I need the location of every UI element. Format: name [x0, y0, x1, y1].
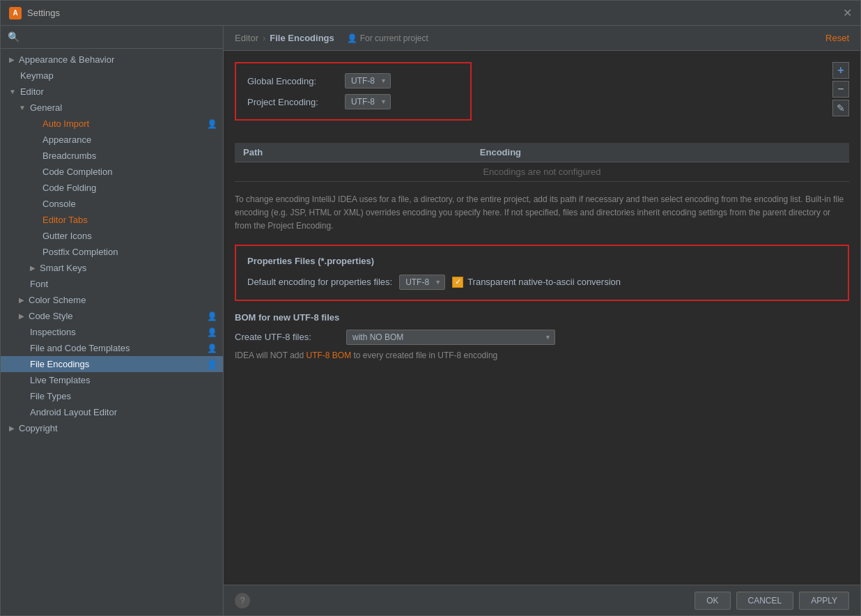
properties-encoding-select-wrapper: UTF-8 — [399, 275, 445, 290]
chevron-right-icon: ▶ — [9, 312, 24, 320]
chevron-down-icon: ▼ — [9, 88, 16, 95]
sidebar-item-auto-import[interactable]: Auto Import 👤 — [1, 116, 223, 132]
sidebar: 🔍 ▶ Appearance & Behavior Keymap ▼ Edito… — [1, 26, 224, 615]
sidebar-item-appearance-behavior[interactable]: ▶ Appearance & Behavior — [1, 52, 223, 68]
global-encoding-select[interactable]: UTF-8 — [345, 73, 391, 88]
sidebar-item-inspections[interactable]: Inspections 👤 — [1, 324, 223, 340]
sidebar-item-code-folding[interactable]: Code Folding — [1, 180, 223, 196]
badge-icon: 👤 — [207, 311, 217, 321]
sidebar-item-general[interactable]: ▼ General — [1, 100, 223, 116]
breadcrumb-parent: Editor — [235, 33, 258, 43]
global-encoding-select-wrapper: UTF-8 — [345, 73, 391, 88]
badge-icon: 👤 — [207, 360, 217, 369]
properties-title: Properties Files (*.properties) — [247, 256, 837, 266]
settings-window: A Settings ✕ 🔍 ▶ Appearance & Behavior K… — [0, 0, 861, 616]
app-icon: A — [9, 7, 22, 20]
idea-note-suffix: to every created file in UTF-8 encoding — [354, 351, 498, 360]
transparent-label: Transparent native-to-ascii conversion — [467, 277, 621, 287]
badge-icon: 👤 — [207, 344, 217, 353]
remove-encoding-button[interactable]: − — [832, 81, 849, 98]
chevron-down-icon: ▼ — [9, 104, 26, 111]
badge-icon: 👤 — [207, 119, 217, 129]
chevron-right-icon: ▶ — [9, 296, 24, 304]
sidebar-item-smart-keys[interactable]: ▶ Smart Keys — [1, 260, 223, 276]
right-panel: Editor › File Encodings 👤 For current pr… — [224, 26, 860, 615]
bom-row: Create UTF-8 files: with NO BOM — [235, 330, 849, 345]
window-title: Settings — [27, 8, 60, 18]
help-button[interactable]: ? — [235, 593, 250, 608]
sidebar-item-file-encodings[interactable]: File Encodings 👤 — [1, 356, 223, 372]
bom-title: BOM for new UTF-8 files — [235, 312, 849, 323]
panel-header: Editor › File Encodings 👤 For current pr… — [224, 26, 860, 51]
idea-note-prefix: IDEA will NOT add — [235, 351, 306, 360]
path-column-header: Path — [235, 143, 472, 162]
bom-section: BOM for new UTF-8 files Create UTF-8 fil… — [235, 312, 849, 360]
ok-button[interactable]: OK — [695, 592, 730, 610]
add-encoding-button[interactable]: + — [832, 62, 849, 79]
bottom-bar: ? OK CANCEL APPLY — [224, 585, 860, 615]
chevron-right-icon: ▶ — [9, 424, 15, 432]
close-button[interactable]: ✕ — [843, 6, 852, 20]
apply-button[interactable]: APPLY — [799, 592, 849, 610]
sidebar-item-android-layout-editor[interactable]: Android Layout Editor — [1, 404, 223, 420]
sidebar-tree: ▶ Appearance & Behavior Keymap ▼ Editor … — [1, 49, 223, 615]
panel-body: Global Encoding: UTF-8 Project Encoding: — [224, 51, 860, 585]
default-encoding-label: Default encoding for properties files: — [247, 277, 392, 287]
encoding-column-header: Encoding — [472, 143, 849, 162]
encoding-box: Global Encoding: UTF-8 Project Encoding: — [235, 62, 472, 121]
project-encoding-select[interactable]: UTF-8 — [345, 94, 391, 109]
search-icon: 🔍 — [8, 31, 20, 43]
sidebar-item-font[interactable]: Font — [1, 276, 223, 292]
sidebar-item-color-scheme[interactable]: ▶ Color Scheme — [1, 292, 223, 308]
sidebar-item-gutter-icons[interactable]: Gutter Icons — [1, 228, 223, 244]
for-project-label: 👤 For current project — [347, 33, 428, 43]
transparent-checkbox-wrapper: ✓ Transparent native-to-ascii conversion — [452, 277, 621, 288]
properties-encoding-select[interactable]: UTF-8 — [399, 275, 445, 290]
edit-encoding-button[interactable]: ✎ — [832, 100, 849, 116]
reset-button[interactable]: Reset — [825, 33, 849, 43]
sidebar-item-code-style[interactable]: ▶ Code Style 👤 — [1, 308, 223, 324]
properties-row: Default encoding for properties files: U… — [247, 275, 837, 290]
cancel-button[interactable]: CANCEL — [736, 592, 794, 610]
badge-icon: 👤 — [207, 328, 217, 337]
global-encoding-row: Global Encoding: UTF-8 — [247, 73, 459, 88]
breadcrumb-separator: › — [263, 33, 265, 43]
project-encoding-row: Project Encoding: UTF-8 — [247, 94, 459, 109]
search-input[interactable] — [24, 32, 216, 42]
search-bar: 🔍 — [1, 26, 223, 49]
sidebar-item-keymap[interactable]: Keymap — [1, 68, 223, 84]
breadcrumb-current: File Encodings — [270, 33, 334, 43]
sidebar-item-editor-tabs[interactable]: Editor Tabs — [1, 212, 223, 228]
sidebar-item-code-completion[interactable]: Code Completion — [1, 164, 223, 180]
sidebar-item-appearance[interactable]: Appearance — [1, 132, 223, 148]
global-encoding-label: Global Encoding: — [247, 76, 338, 86]
chevron-right-icon: ▶ — [9, 56, 15, 63]
info-text: To change encoding IntelliJ IDEA uses fo… — [235, 193, 849, 233]
person-icon: 👤 — [347, 33, 357, 43]
bom-select[interactable]: with NO BOM — [346, 330, 555, 345]
bom-highlight: UTF-8 BOM — [306, 351, 351, 360]
title-bar: A Settings ✕ — [1, 1, 860, 26]
sidebar-item-copyright[interactable]: ▶ Copyright — [1, 420, 223, 436]
transparent-checkbox[interactable]: ✓ — [452, 277, 463, 288]
project-encoding-label: Project Encoding: — [247, 97, 338, 107]
sidebar-item-live-templates[interactable]: Live Templates — [1, 372, 223, 388]
sidebar-item-console[interactable]: Console — [1, 196, 223, 212]
breadcrumb: Editor › File Encodings — [235, 33, 334, 43]
bom-select-wrapper: with NO BOM — [346, 330, 555, 345]
sidebar-item-file-types[interactable]: File Types — [1, 388, 223, 404]
sidebar-item-breadcrumbs[interactable]: Breadcrumbs — [1, 148, 223, 164]
sidebar-item-file-code-templates[interactable]: File and Code Templates 👤 — [1, 340, 223, 356]
chevron-right-icon: ▶ — [9, 264, 36, 272]
sidebar-item-postfix-completion[interactable]: Postfix Completion — [1, 244, 223, 260]
table-empty-message: Encodings are not configured — [235, 162, 849, 182]
properties-box: Properties Files (*.properties) Default … — [235, 245, 849, 301]
create-utf8-label: Create UTF-8 files: — [235, 332, 339, 342]
sidebar-item-editor[interactable]: ▼ Editor — [1, 84, 223, 100]
bom-note: IDEA will NOT add UTF-8 BOM to every cre… — [235, 351, 849, 360]
encoding-table: Path Encoding Encodings are not configur… — [235, 143, 849, 182]
project-encoding-select-wrapper: UTF-8 — [345, 94, 391, 109]
main-content: 🔍 ▶ Appearance & Behavior Keymap ▼ Edito… — [1, 26, 860, 615]
